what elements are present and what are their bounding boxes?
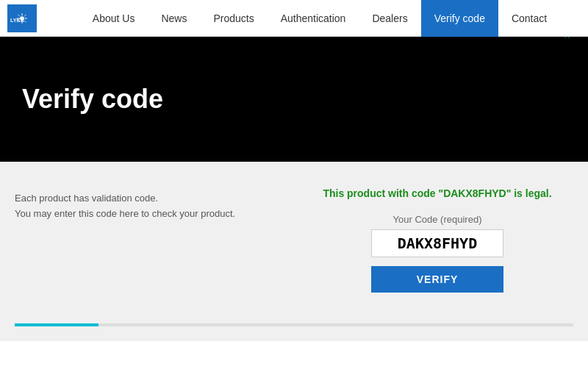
- nav-about-us[interactable]: About Us: [79, 0, 148, 37]
- nav-contact[interactable]: Contact: [498, 0, 560, 37]
- description-line2: You may enter this code here to check yo…: [15, 207, 287, 222]
- left-panel: Each product has validation code. You ma…: [15, 184, 287, 301]
- logo: LYKA: [7, 4, 37, 32]
- nav-products[interactable]: Products: [200, 0, 267, 37]
- nav-dealers[interactable]: Dealers: [359, 0, 420, 37]
- header: LYKA About Us News Products Authenticati…: [0, 0, 588, 37]
- description-line1: Each product has validation code.: [15, 191, 287, 207]
- svg-text:LYKA: LYKA: [10, 17, 24, 24]
- hero-section: Verify code: [0, 37, 588, 162]
- progress-bar-container: [15, 323, 573, 326]
- progress-bar-fill: [15, 323, 98, 326]
- nav: About Us News Products Authentication De…: [59, 0, 581, 37]
- hero-title: Verify code: [0, 84, 163, 115]
- nav-verify-code[interactable]: Verify code: [421, 0, 498, 37]
- logo-icon: LYKA: [7, 4, 37, 32]
- legal-message: This product with code "DAKX8FHYD" is le…: [323, 187, 551, 199]
- progress-area: [0, 323, 588, 341]
- main-content: Each product has validation code. You ma…: [0, 162, 588, 323]
- verify-button[interactable]: VERIFY: [371, 266, 503, 293]
- code-input[interactable]: [371, 229, 503, 257]
- code-label: Your Code (required): [393, 214, 482, 225]
- right-panel: This product with code "DAKX8FHYD" is le…: [301, 184, 573, 301]
- nav-news[interactable]: News: [148, 0, 200, 37]
- nav-authentication[interactable]: Authentication: [268, 0, 359, 37]
